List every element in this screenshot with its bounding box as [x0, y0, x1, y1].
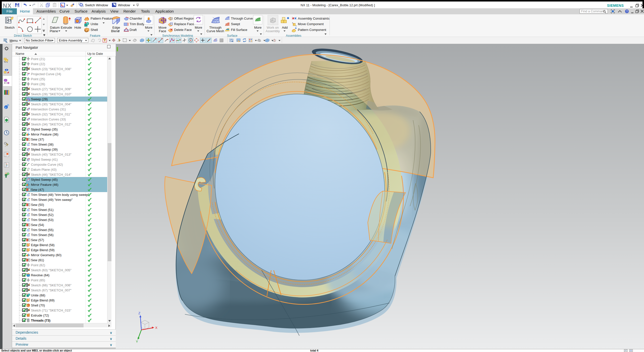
svg-text:Y: Y	[136, 340, 138, 343]
svg-text:Z: Z	[138, 311, 140, 315]
svg-text:X: X	[155, 326, 157, 330]
svg-text:i: i	[6, 106, 6, 109]
svg-text:t: t	[26, 162, 27, 164]
svg-text:?: ?	[626, 10, 628, 13]
